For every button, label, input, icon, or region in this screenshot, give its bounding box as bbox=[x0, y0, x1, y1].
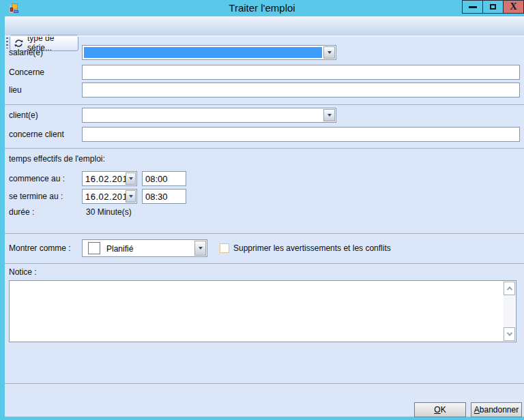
salarie-dropdown-button[interactable] bbox=[323, 46, 335, 59]
concerne-input[interactable] bbox=[82, 65, 520, 80]
chevron-down-icon bbox=[129, 195, 133, 198]
notice-textarea[interactable] bbox=[10, 281, 504, 342]
chevron-down-icon bbox=[129, 177, 133, 180]
montrer-dropdown[interactable]: Planifié bbox=[82, 239, 207, 257]
maximize-button[interactable] bbox=[482, 0, 504, 14]
toolbar: type de série... bbox=[0, 16, 524, 35]
scroll-up-button[interactable] bbox=[504, 282, 515, 295]
close-icon: X bbox=[510, 2, 516, 12]
salarie-label: salarié(e) bbox=[9, 48, 43, 57]
client-selection bbox=[84, 110, 322, 121]
toolbar-grip[interactable] bbox=[6, 38, 8, 48]
recurrence-icon bbox=[14, 38, 24, 48]
cancel-button[interactable]: Abandonner bbox=[471, 402, 522, 417]
ok-button[interactable]: OK bbox=[414, 402, 466, 417]
client-combobox[interactable] bbox=[82, 108, 336, 123]
notice-label: Notice : bbox=[9, 267, 37, 277]
minimize-button[interactable] bbox=[462, 0, 483, 14]
montrer-value: Planifié bbox=[106, 244, 133, 254]
chevron-down-icon bbox=[506, 330, 512, 335]
titlebar[interactable]: Traiter l'emploi X bbox=[0, 0, 524, 16]
salarie-selection-highlight bbox=[84, 47, 322, 58]
termine-datepicker[interactable]: 16.02.2016 bbox=[82, 189, 137, 204]
separator bbox=[5, 148, 524, 149]
commence-date-dropdown-button[interactable] bbox=[126, 172, 136, 185]
status-color-swatch bbox=[88, 242, 100, 254]
termine-time-input[interactable] bbox=[142, 189, 186, 204]
supprimer-label: Supprimer les avertissements et les conf… bbox=[233, 243, 391, 253]
separator bbox=[5, 383, 524, 384]
salarie-combobox[interactable] bbox=[82, 45, 336, 60]
montrer-dropdown-button[interactable] bbox=[194, 241, 206, 256]
window-border-left bbox=[0, 16, 5, 420]
termine-date-dropdown-button[interactable] bbox=[126, 190, 136, 202]
content-top-highlight bbox=[5, 35, 524, 37]
supprimer-checkbox[interactable] bbox=[220, 243, 229, 253]
minimize-icon bbox=[469, 6, 477, 8]
concerne-client-input[interactable] bbox=[82, 127, 520, 142]
notice-field-container bbox=[9, 280, 516, 342]
temps-section-label: temps effectifs de l'emploi: bbox=[9, 154, 105, 164]
dialog-traiter-lemploi: Traiter l'emploi X type de série... sala… bbox=[0, 0, 524, 420]
maximize-icon bbox=[490, 4, 496, 10]
window-controls: X bbox=[463, 0, 524, 14]
close-button[interactable]: X bbox=[503, 0, 524, 14]
chevron-down-icon bbox=[328, 114, 332, 117]
chevron-down-icon bbox=[328, 51, 332, 54]
client-dropdown-button[interactable] bbox=[323, 109, 335, 121]
chevron-down-icon bbox=[199, 247, 203, 250]
notice-scrollbar[interactable] bbox=[504, 282, 515, 341]
concerne-client-label: concerne client bbox=[9, 130, 64, 139]
separator bbox=[5, 104, 524, 105]
duree-value: 30 Minute(s) bbox=[86, 207, 132, 217]
lieu-input[interactable] bbox=[82, 82, 520, 97]
commence-label: commence au : bbox=[9, 174, 65, 183]
separator bbox=[5, 263, 524, 264]
window-title: Traiter l'emploi bbox=[0, 2, 524, 14]
duree-label: durée : bbox=[9, 207, 34, 217]
termine-label: se termine au : bbox=[9, 192, 63, 201]
commence-datepicker[interactable]: 16.02.2016 bbox=[82, 171, 137, 186]
client-label: client(e) bbox=[9, 110, 38, 120]
lieu-label: lieu bbox=[9, 85, 22, 95]
chevron-up-icon bbox=[506, 286, 512, 292]
commence-time-input[interactable] bbox=[142, 171, 186, 186]
scroll-down-button[interactable] bbox=[504, 327, 515, 341]
separator bbox=[5, 233, 524, 234]
concerne-label: Concerne bbox=[9, 68, 44, 77]
montrer-label: Montrer comme : bbox=[9, 243, 71, 253]
